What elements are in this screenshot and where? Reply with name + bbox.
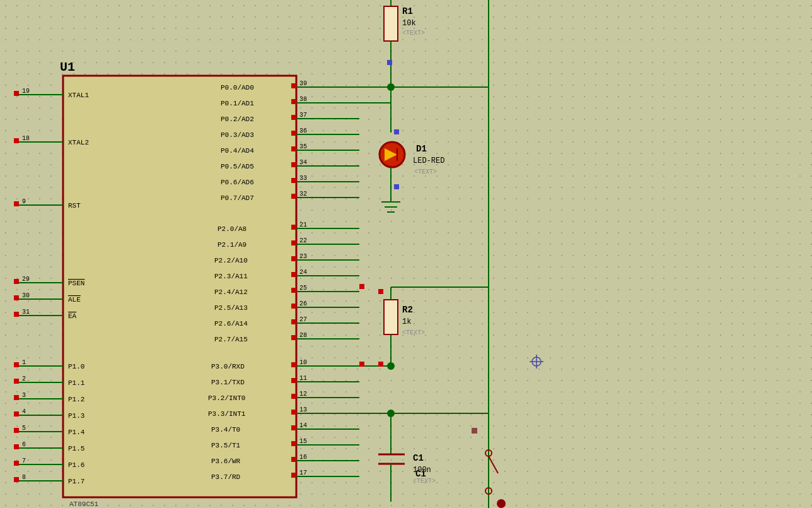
- svg-rect-146: [291, 457, 296, 462]
- svg-text:P1.0: P1.0: [68, 363, 84, 370]
- svg-text:P1.3: P1.3: [68, 412, 84, 420]
- svg-text:<TEXT>: <TEXT>: [413, 478, 436, 485]
- svg-rect-94: [291, 240, 296, 245]
- svg-text:P3.7/RD: P3.7/RD: [211, 473, 241, 481]
- svg-text:39: 39: [299, 80, 307, 87]
- svg-rect-18: [14, 295, 19, 300]
- svg-rect-200: [472, 428, 477, 434]
- svg-text:4: 4: [22, 408, 26, 415]
- svg-rect-2: [14, 91, 19, 96]
- svg-text:P2.4/A12: P2.4/A12: [214, 288, 248, 296]
- svg-text:<TEXT>: <TEXT>: [414, 168, 437, 175]
- svg-rect-98: [291, 256, 296, 261]
- svg-text:36: 36: [299, 127, 307, 134]
- schematic-svg: U1 AT89C51 19 XTAL1 18 XTAL2 9 RST 29 PS…: [0, 0, 812, 508]
- svg-text:P0.0/AD0: P0.0/AD0: [221, 84, 254, 92]
- svg-text:P0.7/AD7: P0.7/AD7: [221, 194, 254, 202]
- svg-text:33: 33: [299, 175, 307, 182]
- svg-rect-42: [14, 428, 19, 433]
- svg-point-186: [387, 362, 395, 370]
- svg-rect-118: [291, 335, 296, 340]
- svg-rect-142: [291, 441, 296, 446]
- svg-text:26: 26: [299, 300, 307, 307]
- svg-text:P3.0/RXD: P3.0/RXD: [211, 363, 245, 370]
- svg-rect-110: [291, 304, 296, 309]
- svg-text:5: 5: [22, 425, 26, 432]
- svg-rect-62: [291, 99, 296, 104]
- svg-text:P0.5/AD5: P0.5/AD5: [221, 163, 254, 170]
- svg-text:31: 31: [22, 309, 30, 316]
- svg-rect-202: [359, 284, 364, 289]
- svg-text:30: 30: [22, 292, 30, 299]
- svg-text:XTAL2: XTAL2: [68, 139, 89, 146]
- svg-text:P2.7/A15: P2.7/A15: [214, 336, 248, 343]
- svg-rect-184: [378, 289, 383, 294]
- svg-point-206: [532, 357, 541, 366]
- svg-text:37: 37: [299, 112, 307, 119]
- svg-text:21: 21: [299, 222, 307, 228]
- svg-rect-134: [291, 410, 296, 415]
- svg-rect-0: [63, 76, 296, 497]
- svg-point-164: [380, 142, 405, 167]
- svg-text:28: 28: [299, 332, 307, 339]
- svg-text:6: 6: [22, 441, 26, 448]
- svg-text:16: 16: [299, 454, 307, 461]
- svg-text:3: 3: [22, 392, 26, 399]
- svg-text:38: 38: [299, 96, 307, 103]
- svg-text:Ci: Ci: [415, 469, 426, 479]
- svg-text:P2.6/A14: P2.6/A14: [214, 320, 248, 328]
- svg-point-198: [485, 488, 492, 494]
- svg-text:P1.7: P1.7: [68, 478, 84, 485]
- svg-point-188: [387, 410, 395, 417]
- svg-rect-114: [291, 319, 296, 324]
- svg-rect-126: [291, 378, 296, 383]
- svg-rect-70: [291, 131, 296, 136]
- svg-text:P0.2/AD2: P0.2/AD2: [221, 115, 254, 123]
- svg-rect-26: [14, 362, 19, 367]
- svg-point-162: [387, 83, 395, 91]
- svg-rect-50: [14, 461, 19, 466]
- svg-text:12: 12: [299, 391, 307, 398]
- svg-text:7: 7: [22, 458, 26, 464]
- svg-rect-102: [291, 272, 296, 277]
- svg-rect-46: [14, 444, 19, 449]
- svg-text:18: 18: [22, 135, 30, 142]
- svg-rect-106: [291, 288, 296, 293]
- svg-rect-6: [14, 138, 19, 143]
- svg-rect-82: [291, 178, 296, 183]
- svg-text:P0.3/AD3: P0.3/AD3: [221, 131, 254, 139]
- svg-line-199: [489, 456, 498, 473]
- svg-text:P2.0/A8: P2.0/A8: [218, 225, 246, 233]
- svg-text:P0.4/AD4: P0.4/AD4: [221, 147, 254, 155]
- svg-text:34: 34: [299, 159, 307, 166]
- grid-background: [0, 0, 812, 508]
- svg-text:<TEXT>: <TEXT>: [402, 329, 425, 336]
- svg-text:P3.4/T0: P3.4/T0: [211, 426, 240, 434]
- svg-text:17: 17: [299, 470, 307, 476]
- svg-marker-165: [385, 148, 397, 161]
- svg-rect-150: [291, 473, 296, 478]
- svg-text:P2.5/A13: P2.5/A13: [214, 304, 248, 312]
- svg-rect-34: [14, 395, 19, 400]
- svg-text:P0.1/AD1: P0.1/AD1: [221, 100, 254, 107]
- svg-rect-58: [291, 83, 296, 88]
- svg-text:100n: 100n: [413, 466, 431, 475]
- svg-rect-172: [394, 184, 399, 189]
- svg-text:11: 11: [299, 375, 307, 382]
- svg-text:P2.3/A11: P2.3/A11: [214, 273, 248, 280]
- svg-text:22: 22: [299, 237, 307, 244]
- svg-rect-66: [291, 115, 296, 120]
- svg-rect-138: [291, 425, 296, 430]
- svg-text:PSEN: PSEN: [68, 280, 84, 287]
- svg-text:9: 9: [22, 198, 26, 205]
- svg-rect-30: [14, 379, 19, 384]
- svg-text:R2: R2: [402, 305, 413, 315]
- svg-rect-74: [291, 146, 296, 151]
- svg-text:P1.2: P1.2: [68, 396, 84, 403]
- svg-text:2: 2: [22, 375, 26, 382]
- svg-rect-22: [14, 312, 19, 317]
- svg-text:13: 13: [299, 406, 307, 413]
- svg-text:P2.1/A9: P2.1/A9: [218, 241, 246, 249]
- svg-text:P1.4: P1.4: [68, 428, 85, 436]
- svg-point-197: [485, 450, 492, 456]
